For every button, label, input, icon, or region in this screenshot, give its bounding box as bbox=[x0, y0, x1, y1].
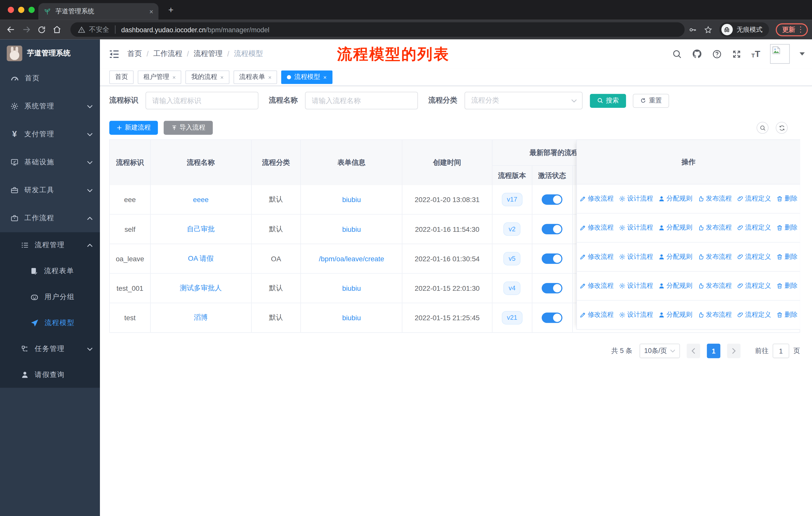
home-icon[interactable] bbox=[52, 25, 62, 34]
sidebar-item-leave-query[interactable]: 请假查询 bbox=[0, 362, 100, 388]
process-category-select[interactable]: 流程分类 bbox=[464, 92, 582, 109]
close-icon[interactable]: × bbox=[220, 74, 224, 80]
tag-process-model[interactable]: 流程模型× bbox=[282, 70, 332, 84]
modify-process-link[interactable]: 修改流程 bbox=[579, 223, 614, 232]
design-process-link[interactable]: 设计流程 bbox=[619, 223, 653, 232]
version-badge[interactable]: v21 bbox=[502, 311, 523, 325]
sidebar-item-task-mgmt[interactable]: 任务管理 bbox=[0, 336, 100, 362]
activation-toggle[interactable] bbox=[542, 194, 562, 205]
process-definition-link[interactable]: 流程定义 bbox=[737, 223, 771, 232]
model-name-link[interactable]: 滔博 bbox=[194, 313, 208, 323]
page-size-select[interactable]: 10条/页 bbox=[640, 344, 680, 358]
sidebar-item-devtools[interactable]: 研发工具 bbox=[0, 176, 100, 204]
activation-toggle[interactable] bbox=[542, 283, 562, 293]
close-icon[interactable]: × bbox=[323, 74, 326, 80]
collapse-sidebar-icon[interactable] bbox=[109, 49, 119, 58]
current-page[interactable]: 1 bbox=[707, 344, 720, 358]
search-circle-icon[interactable] bbox=[757, 122, 768, 134]
publish-process-link[interactable]: 发布流程 bbox=[697, 252, 732, 261]
fullscreen-icon[interactable] bbox=[732, 49, 742, 59]
assign-rule-link[interactable]: 分配规则 bbox=[658, 194, 692, 203]
sidebar-item-user-group[interactable]: 用户分组 bbox=[0, 284, 100, 310]
forward-icon[interactable] bbox=[22, 25, 31, 34]
model-name-link[interactable]: eeee bbox=[193, 196, 209, 203]
form-info-link[interactable]: biubiu bbox=[342, 196, 361, 203]
key-icon[interactable] bbox=[688, 25, 697, 34]
refresh-circle-icon[interactable] bbox=[776, 122, 788, 134]
sidebar-item-workflow[interactable]: 工作流程 bbox=[0, 204, 100, 232]
breadcrumb-process-mgmt[interactable]: 流程管理 bbox=[194, 49, 223, 58]
browser-tab[interactable]: 芋道管理系统 × bbox=[38, 3, 158, 20]
assign-rule-link[interactable]: 分配规则 bbox=[658, 281, 692, 290]
model-name-link[interactable]: OA 请假 bbox=[188, 254, 214, 263]
process-definition-link[interactable]: 流程定义 bbox=[737, 194, 771, 203]
tag-home[interactable]: 首页 bbox=[109, 70, 134, 84]
delete-link[interactable]: 删除 bbox=[776, 252, 798, 261]
design-process-link[interactable]: 设计流程 bbox=[619, 310, 653, 319]
form-info-link[interactable]: biubiu bbox=[342, 284, 361, 292]
sidebar-item-process-model[interactable]: 流程模型 bbox=[0, 310, 100, 336]
help-icon[interactable] bbox=[712, 49, 722, 59]
back-icon[interactable] bbox=[6, 25, 16, 34]
reset-button[interactable]: 重置 bbox=[633, 93, 669, 108]
tag-process-form[interactable]: 流程表单× bbox=[234, 70, 278, 84]
form-info-link[interactable]: biubiu bbox=[342, 225, 361, 233]
import-process-button[interactable]: 导入流程 bbox=[164, 121, 213, 135]
new-tab-button[interactable]: + bbox=[165, 4, 177, 17]
update-button[interactable]: 更新 bbox=[776, 23, 808, 36]
process-definition-link[interactable]: 流程定义 bbox=[737, 281, 771, 290]
sidebar-item-process-form[interactable]: 流程表单 bbox=[0, 258, 100, 284]
tag-my-process[interactable]: 我的流程× bbox=[185, 70, 229, 84]
reload-icon[interactable] bbox=[37, 25, 46, 34]
version-badge[interactable]: v17 bbox=[502, 193, 523, 207]
publish-process-link[interactable]: 发布流程 bbox=[697, 281, 732, 290]
activation-toggle[interactable] bbox=[542, 224, 562, 234]
prev-page-button[interactable] bbox=[687, 344, 700, 358]
process-id-input[interactable] bbox=[145, 92, 259, 109]
breadcrumb-workflow[interactable]: 工作流程 bbox=[153, 49, 182, 58]
sidebar-item-home[interactable]: 首页 bbox=[0, 64, 100, 92]
window-controls[interactable] bbox=[8, 7, 35, 13]
model-name-link[interactable]: 测试多审批人 bbox=[180, 283, 222, 293]
process-definition-link[interactable]: 流程定义 bbox=[737, 310, 771, 319]
delete-link[interactable]: 删除 bbox=[776, 194, 798, 203]
create-process-button[interactable]: 新建流程 bbox=[109, 121, 158, 135]
search-button[interactable]: 搜索 bbox=[590, 93, 626, 108]
modify-process-link[interactable]: 修改流程 bbox=[579, 194, 614, 203]
design-process-link[interactable]: 设计流程 bbox=[619, 252, 653, 261]
close-tab-icon[interactable]: × bbox=[149, 7, 153, 16]
star-icon[interactable] bbox=[703, 25, 712, 34]
font-size-icon[interactable]: TT bbox=[751, 49, 760, 58]
version-badge[interactable]: v5 bbox=[503, 252, 521, 266]
breadcrumb-home[interactable]: 首页 bbox=[127, 49, 142, 58]
close-icon[interactable]: × bbox=[172, 74, 176, 80]
sidebar-item-payment[interactable]: ¥ 支付管理 bbox=[0, 120, 100, 148]
url-text[interactable]: dashboard.yudao.iocoder.cn/bpm/manager/m… bbox=[121, 26, 269, 33]
version-badge[interactable]: v4 bbox=[503, 281, 521, 295]
form-info-link[interactable]: /bpm/oa/leave/create bbox=[319, 255, 384, 263]
github-icon[interactable] bbox=[692, 49, 702, 59]
design-process-link[interactable]: 设计流程 bbox=[619, 194, 653, 203]
delete-link[interactable]: 删除 bbox=[776, 281, 798, 290]
publish-process-link[interactable]: 发布流程 bbox=[697, 310, 732, 319]
assign-rule-link[interactable]: 分配规则 bbox=[658, 310, 692, 319]
modify-process-link[interactable]: 修改流程 bbox=[579, 310, 614, 319]
avatar[interactable] bbox=[770, 44, 790, 64]
activation-toggle[interactable] bbox=[542, 313, 562, 323]
modify-process-link[interactable]: 修改流程 bbox=[579, 252, 614, 261]
maximize-window-button[interactable] bbox=[28, 7, 35, 13]
delete-link[interactable]: 删除 bbox=[776, 223, 798, 232]
close-window-button[interactable] bbox=[8, 7, 14, 13]
assign-rule-link[interactable]: 分配规则 bbox=[658, 223, 692, 232]
delete-link[interactable]: 删除 bbox=[776, 310, 798, 319]
sidebar-item-infra[interactable]: 基础设施 bbox=[0, 148, 100, 176]
design-process-link[interactable]: 设计流程 bbox=[619, 281, 653, 290]
form-info-link[interactable]: biubiu bbox=[342, 314, 361, 322]
caret-down-icon[interactable] bbox=[800, 52, 805, 55]
modify-process-link[interactable]: 修改流程 bbox=[579, 281, 614, 290]
search-icon[interactable] bbox=[672, 49, 682, 59]
publish-process-link[interactable]: 发布流程 bbox=[697, 194, 732, 203]
security-label[interactable]: 不安全 bbox=[89, 25, 109, 34]
assign-rule-link[interactable]: 分配规则 bbox=[658, 252, 692, 261]
version-badge[interactable]: v2 bbox=[503, 222, 521, 236]
